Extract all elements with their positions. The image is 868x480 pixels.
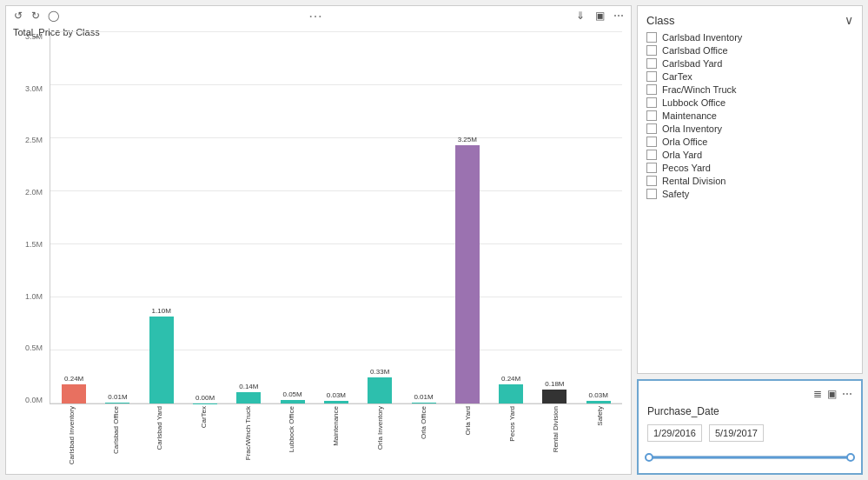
bar-value-label: 0.01M (108, 393, 127, 401)
y-label-25: 2.5M (25, 136, 43, 144)
legend-checkbox[interactable] (646, 176, 657, 186)
date-start-input[interactable]: 1/29/2016 (647, 424, 702, 442)
bar[interactable] (105, 403, 129, 403)
legend-header: Class ∨ (646, 13, 853, 27)
legend-item[interactable]: Lubbock Office (646, 97, 853, 108)
legend-item[interactable]: Carlsbad Inventory (646, 32, 853, 43)
bar-group: 3.25M (455, 136, 480, 403)
more-options-icon[interactable]: ⋯ (612, 9, 626, 23)
legend-item[interactable]: Safety (646, 189, 853, 199)
date-filter-title: Purchase_Date (647, 405, 852, 417)
legend-chevron-icon[interactable]: ∨ (845, 13, 853, 27)
bar-value-label: 0.03M (589, 391, 608, 399)
chart-toolbar-right: ⇓ ▣ ⋯ (573, 9, 626, 23)
legend-item[interactable]: Orla Yard (646, 150, 853, 160)
bar[interactable] (324, 401, 348, 403)
expand-icon[interactable]: ▣ (593, 9, 606, 23)
date-filter-panel: ≣ ▣ ⋯ Purchase_Date 1/29/2016 5/19/2017 (637, 379, 863, 475)
legend-checkbox[interactable] (646, 123, 657, 134)
legend-item[interactable]: Orla Office (646, 137, 853, 147)
legend-item-label: Frac/Winch Truck (662, 84, 737, 95)
legend-checkbox[interactable] (646, 137, 657, 147)
legend-checkbox[interactable] (646, 189, 657, 199)
chart-panel: ↺ ↻ ◯ ⋯ ⇓ ▣ ⋯ Total_Price by Class 3.5M … (5, 5, 632, 475)
x-axis-label: Carlsbad Inventory (68, 406, 76, 466)
bar-group: 0.03M (586, 391, 611, 403)
legend-item[interactable]: Maintenance (646, 110, 853, 121)
legend-checkbox[interactable] (646, 45, 657, 56)
legend-item-label: Orla Office (662, 137, 707, 147)
x-axis-label: Frac/Winch Truck (244, 406, 252, 462)
x-label-container: CarTex (191, 406, 215, 474)
bar-value-label: 3.25M (458, 136, 477, 143)
x-label-container: Orla Inventory (368, 406, 392, 474)
x-label-container: Orla Office (412, 406, 436, 474)
legend-checkbox[interactable] (646, 84, 657, 95)
legend-checkbox[interactable] (646, 32, 657, 43)
bar[interactable] (499, 384, 523, 403)
bar[interactable] (542, 390, 567, 403)
legend-checkbox[interactable] (646, 110, 657, 121)
chart-toolbar: ↺ ↻ ◯ ⋯ ⇓ ▣ ⋯ (6, 6, 631, 25)
bar-value-label: 0.24M (64, 375, 83, 383)
y-label-30: 3.0M (25, 84, 43, 93)
legend-item[interactable]: CarTex (646, 71, 853, 82)
bar-value-label: 0.14M (239, 383, 258, 390)
chart-toolbar-left: ↺ ↻ ◯ (11, 9, 60, 23)
legend-item[interactable]: Rental Division (646, 176, 853, 186)
y-label-00: 0.0M (25, 396, 43, 404)
date-resize-icon[interactable]: ≣ (813, 388, 822, 400)
legend-item-label: Carlsbad Office (662, 45, 728, 56)
forward-icon[interactable]: ↻ (29, 9, 43, 23)
date-more-icon[interactable]: ⋯ (842, 388, 852, 400)
date-panel-toolbar: ≣ ▣ ⋯ (647, 388, 852, 400)
legend-item[interactable]: Pecos Yard (646, 163, 853, 173)
circle-icon[interactable]: ◯ (46, 9, 60, 23)
x-label-container: Lubbock Office (280, 406, 304, 474)
bar-group: 0.14M (236, 383, 261, 403)
bar[interactable] (368, 377, 392, 403)
date-slider[interactable] (649, 450, 851, 464)
legend-checkbox[interactable] (646, 58, 657, 69)
back-icon[interactable]: ↺ (11, 9, 25, 23)
bar[interactable] (455, 145, 480, 403)
date-slider-track (649, 457, 851, 459)
bar-group: 0.24M (62, 375, 86, 403)
x-axis-label: Carlsbad Office (112, 406, 120, 456)
bar-group: 0.24M (499, 375, 523, 403)
x-axis-label: Rental Division (552, 406, 560, 454)
bar[interactable] (62, 384, 86, 403)
legend-item[interactable]: Frac/Winch Truck (646, 84, 853, 95)
legend-checkbox[interactable] (646, 97, 657, 108)
bar-group: 0.00M (193, 394, 217, 403)
legend-checkbox[interactable] (646, 163, 657, 173)
date-inputs: 1/29/2016 5/19/2017 (647, 424, 852, 442)
bar[interactable] (236, 392, 261, 403)
x-axis-label: Pecos Yard (508, 406, 516, 443)
bar[interactable] (412, 403, 436, 403)
drag-handle: ⋯ (308, 8, 325, 24)
chart-inner: 0.24M0.01M1.10M0.00M0.14M0.05M0.03M0.33M… (50, 32, 622, 404)
bar-value-label: 0.01M (414, 393, 433, 401)
legend-item[interactable]: Orla Inventory (646, 123, 853, 134)
bar[interactable] (281, 400, 305, 403)
right-panel: Class ∨ Carlsbad InventoryCarlsbad Offic… (637, 5, 863, 475)
date-expand-icon[interactable]: ▣ (827, 388, 837, 400)
x-axis-label: Maintenance (332, 406, 340, 448)
bar[interactable] (149, 317, 174, 403)
legend-item[interactable]: Carlsbad Yard (646, 58, 853, 69)
date-end-input[interactable]: 5/19/2017 (709, 424, 764, 442)
bar[interactable] (586, 401, 611, 403)
download-icon[interactable]: ⇓ (573, 9, 587, 23)
bar-value-label: 0.00M (195, 394, 215, 402)
date-slider-thumb-left[interactable] (645, 453, 653, 462)
date-slider-thumb-right[interactable] (846, 453, 855, 462)
legend-checkbox[interactable] (646, 71, 657, 82)
x-label-container: Safety (588, 406, 613, 474)
bar-value-label: 0.33M (370, 368, 389, 376)
y-axis: 3.5M 3.0M 2.5M 2.0M 1.5M 1.0M 0.5M 0.0M (6, 32, 46, 404)
legend-item[interactable]: Carlsbad Office (646, 45, 853, 56)
legend-item-label: Safety (662, 189, 689, 199)
legend-checkbox[interactable] (646, 150, 657, 160)
x-label-container: Pecos Yard (500, 406, 524, 474)
